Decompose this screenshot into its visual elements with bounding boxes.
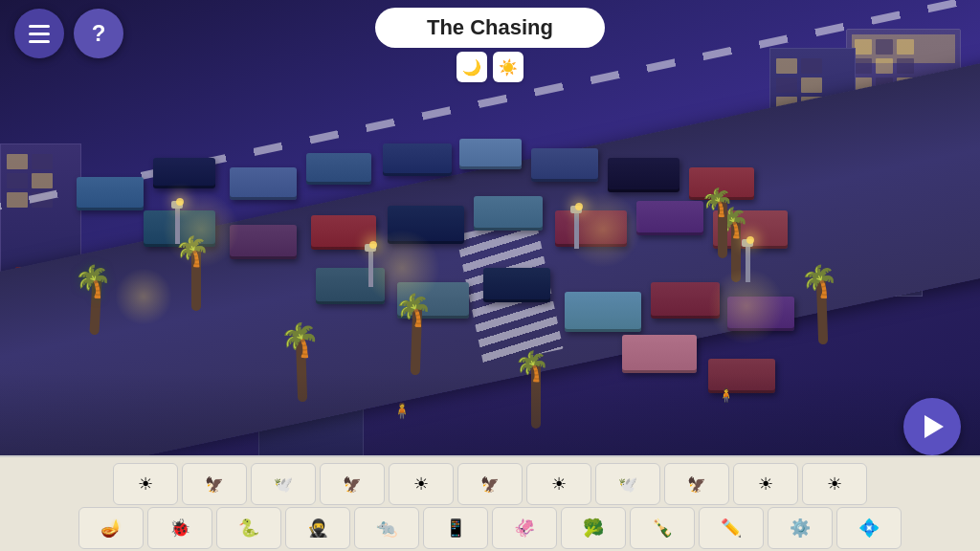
toolbar-item-sun5[interactable]: ☀ [802, 463, 867, 505]
toolbar-item-snake[interactable]: 🐍 [216, 507, 281, 549]
car [77, 177, 144, 210]
toolbar-item-bird6[interactable]: 🦅 [664, 463, 729, 505]
title-area: The Chasing 🌙 ☀️ [375, 8, 605, 82]
toolbar-item-sun1[interactable]: ☀ [113, 463, 178, 505]
streetlight [746, 244, 750, 282]
palm-tree: 🌴 [718, 201, 727, 258]
toolbar-item-gear[interactable]: ⚙️ [768, 507, 833, 549]
car [306, 153, 371, 185]
palm-tree: 🌴 [731, 220, 741, 282]
palm-tree: 🌴 [191, 249, 201, 311]
night-mode-button[interactable]: 🌙 [457, 52, 487, 82]
toolbar-item-bottle[interactable]: 🍾 [630, 507, 695, 549]
palm-tree: 🌴 [297, 335, 306, 402]
toolbar-item-sun2[interactable]: ☀ [389, 463, 454, 505]
toolbar-item-bird1[interactable]: 🦅 [182, 463, 247, 505]
toolbar-item-diamond[interactable]: 💠 [836, 507, 902, 549]
toolbar-item-phone[interactable]: 📱 [423, 507, 488, 549]
streetlight [574, 210, 579, 249]
car [388, 206, 464, 244]
toolbar-item-bird5[interactable]: 🕊️ [595, 463, 660, 505]
car [153, 158, 215, 188]
car [316, 268, 385, 304]
toolbar-item-squid[interactable]: 🦑 [492, 507, 557, 549]
character: 🧍 [392, 402, 412, 420]
palm-tree: 🌴 [412, 306, 421, 375]
toolbar-item-bird2[interactable]: 🕊️ [251, 463, 316, 505]
toolbar-row-2: 🪔 🐞 🐍 🥷 🐀 📱 🦑 🥦 🍾 ✏️ ⚙️ 💠 [8, 507, 972, 549]
time-toggle: 🌙 ☀️ [375, 52, 605, 82]
streetlight [175, 206, 180, 244]
toolbar-item-bird4[interactable]: 🦅 [457, 463, 523, 505]
play-button[interactable] [903, 398, 961, 455]
car [383, 143, 452, 176]
car [608, 158, 679, 192]
car [565, 292, 641, 332]
toolbar-item-pencil[interactable]: ✏️ [699, 507, 764, 549]
toolbar-item-bug[interactable]: 🐞 [147, 507, 212, 549]
play-icon [924, 415, 944, 438]
help-button[interactable]: ? [74, 9, 123, 58]
toolbar-item-ninja[interactable]: 🥷 [285, 507, 350, 549]
car [622, 335, 697, 373]
top-bar: ? The Chasing 🌙 ☀️ [0, 0, 980, 67]
toolbar-item-plant[interactable]: 🥦 [561, 507, 626, 549]
car [230, 225, 297, 259]
toolbar-item-bird3[interactable]: 🦅 [320, 463, 385, 505]
toolbar-item-lamp[interactable]: 🪔 [78, 507, 144, 549]
palm-tree: 🌴 [817, 277, 827, 344]
car [555, 210, 627, 247]
hamburger-line [29, 33, 50, 35]
day-icon: ☀️ [499, 58, 518, 77]
toolbar-row-1: ☀ 🦅 🕊️ 🦅 ☀ 🦅 ☀ 🕊️ 🦅 ☀ ☀ [8, 463, 972, 505]
streetlight [368, 249, 373, 287]
palm-tree: 🌴 [91, 277, 100, 335]
car [459, 139, 522, 169]
menu-button[interactable] [14, 9, 64, 58]
car [727, 297, 794, 331]
help-icon: ? [92, 20, 106, 47]
car [483, 268, 550, 302]
car [230, 167, 297, 200]
car [636, 201, 703, 235]
toolbar-item-rat[interactable]: 🐀 [354, 507, 419, 549]
hamburger-line [29, 40, 50, 43]
toolbar-item-sun4[interactable]: ☀ [733, 463, 798, 505]
character: 🧍 [718, 387, 734, 403]
palm-tree: 🌴 [531, 364, 541, 429]
day-mode-button[interactable]: ☀️ [493, 52, 523, 82]
bottom-toolbar: ☀ 🦅 🕊️ 🦅 ☀ 🦅 ☀ 🕊️ 🦅 ☀ ☀ 🪔 🐞 🐍 🥷 🐀 📱 🦑 🥦 … [0, 455, 980, 551]
car [531, 148, 598, 182]
night-icon: 🌙 [462, 58, 481, 77]
toolbar-item-sun3[interactable]: ☀ [526, 463, 591, 505]
car [651, 282, 720, 319]
level-title: The Chasing [375, 8, 605, 48]
hamburger-line [29, 25, 50, 28]
car [474, 196, 543, 231]
